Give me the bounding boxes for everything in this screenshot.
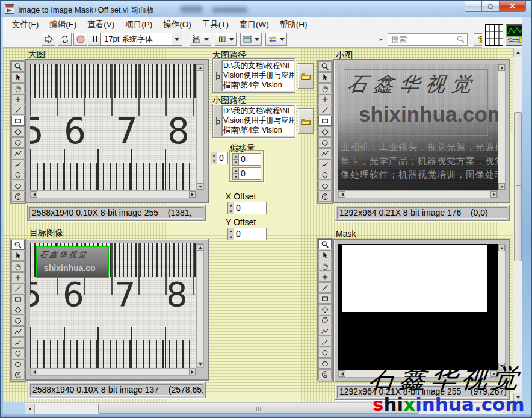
annulus-tool[interactable] — [318, 369, 332, 379]
point-tool[interactable] — [11, 272, 25, 282]
rectangle-tool[interactable] — [318, 293, 332, 304]
menu-item-tools[interactable]: 工具(T) — [197, 17, 234, 31]
increment-button[interactable] — [227, 228, 234, 234]
horizontal-scrollbar[interactable] — [30, 190, 196, 198]
small-image-viewport[interactable]: 石鑫华视觉 shixinhua.com 业相机，工业镜头，视觉光源，光源控制器 … — [338, 64, 498, 190]
big-image-path-value[interactable]: D:\我的文档\教程\NI Vision使用手册与应用 指南\第4章 Visio… — [222, 60, 294, 91]
menu-item-window[interactable]: 窗口(W) — [234, 17, 274, 31]
decrement-button[interactable] — [232, 160, 239, 166]
oval-tool[interactable] — [318, 358, 332, 369]
scroll-up-button[interactable] — [197, 244, 203, 251]
font-selector-dropdown[interactable] — [172, 33, 182, 45]
scroll-down-button[interactable] — [513, 393, 522, 402]
increment-button[interactable] — [211, 152, 217, 158]
pan-tool[interactable] — [318, 83, 332, 93]
horizontal-scrollbar[interactable] — [30, 368, 196, 376]
maximize-button[interactable]: ▢ — [482, 1, 499, 12]
small-image-browse-button[interactable] — [298, 108, 314, 134]
freehand-region-tool[interactable] — [318, 348, 332, 358]
cursor-tool[interactable] — [11, 251, 25, 261]
line-tool[interactable] — [11, 283, 25, 293]
point-tool[interactable] — [11, 94, 25, 104]
scroll-down-button[interactable] — [197, 361, 203, 367]
menu-item-view[interactable]: 查看(V) — [82, 17, 120, 31]
scroll-right-button[interactable] — [503, 404, 513, 414]
decrement-button[interactable] — [211, 158, 217, 164]
freehand-line-tool[interactable] — [318, 159, 332, 169]
big-image-viewport[interactable]: 5 6 7 8 — [30, 64, 196, 190]
path-type-icon[interactable] — [214, 105, 222, 136]
scroll-right-button[interactable] — [490, 370, 497, 377]
freehand-line-tool[interactable] — [11, 159, 25, 169]
rectangle-tool[interactable] — [11, 294, 25, 304]
window-vertical-scrollbar[interactable] — [513, 48, 522, 402]
cursor-tool[interactable] — [11, 72, 25, 83]
zoom-tool[interactable] — [318, 239, 332, 249]
cursor-tool[interactable] — [318, 72, 332, 83]
polygon-tool[interactable] — [318, 315, 332, 325]
vertical-scrollbar[interactable] — [498, 64, 506, 190]
scroll-left-button[interactable] — [25, 404, 35, 414]
scroll-right-button[interactable] — [490, 191, 497, 198]
connector-pane-icon[interactable] — [485, 24, 503, 46]
polygon-tool[interactable] — [11, 316, 25, 326]
y-offset-value-field[interactable]: 0 — [234, 228, 267, 240]
menu-item-help[interactable]: 帮助(H) — [274, 17, 313, 31]
menu-item-file[interactable]: 文件(F) — [7, 17, 44, 31]
value-field[interactable]: 0 — [239, 167, 261, 180]
reorder-objects-button[interactable] — [265, 33, 287, 46]
value-field[interactable]: 0 — [239, 153, 261, 166]
path-type-icon[interactable] — [214, 60, 222, 91]
increment-button[interactable] — [227, 202, 234, 208]
zoom-tool[interactable] — [11, 61, 25, 72]
index-value-field[interactable]: 0 — [217, 152, 228, 164]
horizontal-scrollbar[interactable] — [338, 370, 498, 378]
scroll-up-button[interactable] — [197, 64, 203, 71]
scroll-left-button[interactable] — [31, 369, 37, 375]
menu-item-operate[interactable]: 操作(O) — [158, 17, 197, 31]
broken-line-tool[interactable] — [11, 326, 25, 337]
freehand-line-tool[interactable] — [11, 337, 25, 348]
scroll-left-button[interactable] — [339, 370, 345, 377]
freehand-region-tool[interactable] — [11, 348, 25, 358]
scroll-up-button[interactable] — [498, 64, 505, 71]
scroll-up-button[interactable] — [513, 48, 522, 57]
polygon-tool[interactable] — [11, 137, 25, 148]
freehand-region-tool[interactable] — [11, 170, 25, 180]
scroll-down-button[interactable] — [498, 363, 505, 369]
decrement-button[interactable] — [232, 174, 239, 180]
freehand-line-tool[interactable] — [318, 337, 332, 347]
scroll-right-button[interactable] — [189, 369, 196, 375]
font-selector[interactable]: 17pt 系统字体 — [100, 33, 182, 46]
x-offset-value-field[interactable]: 0 — [234, 202, 267, 214]
line-tool[interactable] — [318, 282, 332, 293]
vertical-scrollbar[interactable] — [196, 64, 204, 190]
rotated-rectangle-tool[interactable] — [11, 305, 25, 315]
distribute-objects-button[interactable] — [215, 33, 237, 46]
horizontal-scrollbar[interactable] — [338, 190, 498, 198]
polygon-tool[interactable] — [318, 137, 332, 148]
rectangle-tool[interactable] — [318, 116, 332, 126]
annulus-tool[interactable] — [11, 192, 25, 202]
rotated-rectangle-tool[interactable] — [318, 126, 332, 137]
target-image-viewport[interactable]: 5 6 7 8 石鑫华视觉 shixinhua.co — [30, 243, 196, 368]
search-options-button[interactable]: ▸ — [380, 35, 386, 43]
rotated-rectangle-tool[interactable] — [318, 304, 332, 314]
oval-tool[interactable] — [11, 181, 25, 191]
broken-line-tool[interactable] — [318, 326, 332, 336]
increment-button[interactable] — [232, 167, 239, 174]
search-input[interactable] — [388, 35, 456, 44]
minimize-button[interactable]: — — [465, 1, 482, 12]
scroll-left-button[interactable] — [339, 191, 345, 198]
increment-button[interactable] — [232, 153, 239, 160]
point-tool[interactable] — [318, 94, 332, 104]
scroll-down-button[interactable] — [498, 183, 505, 190]
menu-item-edit[interactable]: 编辑(E) — [44, 17, 82, 31]
vertical-scroll-thumb[interactable] — [514, 112, 522, 261]
rotated-rectangle-tool[interactable] — [11, 126, 25, 137]
align-objects-button[interactable] — [190, 33, 211, 46]
run-button[interactable] — [42, 33, 55, 46]
scroll-right-button[interactable] — [189, 191, 196, 198]
pan-tool[interactable] — [318, 261, 332, 271]
big-image-browse-button[interactable] — [298, 63, 314, 89]
